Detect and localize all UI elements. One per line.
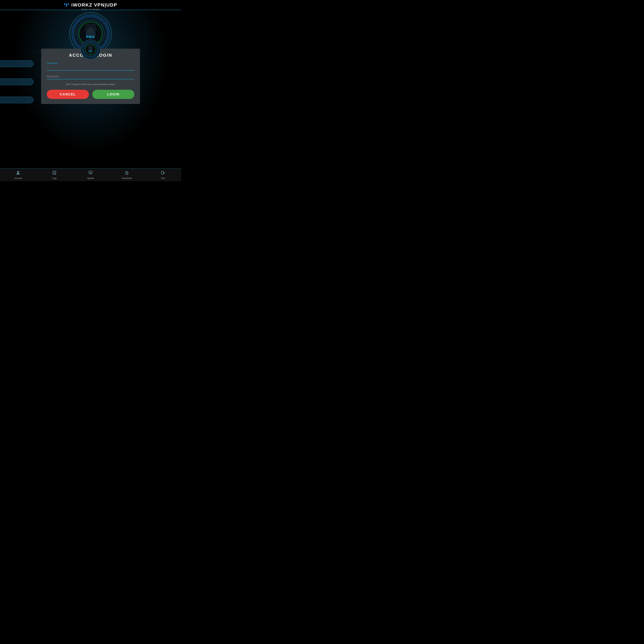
dialog-buttons: CANCEL LOGIN	[47, 90, 134, 99]
update-icon	[88, 170, 93, 176]
logs-icon	[52, 170, 57, 176]
nav-logs-label: Logs	[52, 177, 57, 179]
side-decoration	[0, 60, 34, 103]
small-logo: PRO MMXIX	[81, 39, 101, 60]
dot-5	[66, 5, 67, 7]
nav-account-label: Account	[14, 177, 22, 179]
username-label: Username	[47, 62, 134, 65]
svg-text:PRO: PRO	[86, 35, 95, 39]
password-input[interactable]	[47, 74, 134, 79]
small-emblem-svg: PRO MMXIX	[81, 39, 101, 60]
exit-icon	[161, 170, 165, 176]
nav-item-cleardata[interactable]: ClearData	[121, 170, 133, 179]
dot-3	[68, 4, 69, 5]
login-button[interactable]: LOGIN	[92, 90, 134, 99]
nav-cleardata-label: ClearData	[122, 177, 132, 179]
svg-point-36	[17, 171, 19, 173]
svg-text:MMXIX: MMXIX	[89, 52, 92, 53]
logo-dots	[64, 4, 69, 7]
main-area: PRO MMXIX PRO	[0, 10, 181, 169]
dot-4	[64, 5, 65, 7]
nav-item-logs[interactable]: Logs	[48, 170, 60, 179]
blue-line-top	[0, 10, 181, 10]
dot-2	[66, 4, 67, 5]
nav-update-label: Update	[87, 177, 94, 179]
nav-item-exit[interactable]: Exit	[157, 170, 169, 179]
nav-item-update[interactable]: Update	[85, 170, 96, 179]
username-field-group: Username	[47, 62, 134, 71]
username-input[interactable]	[47, 65, 134, 71]
bottom-nav: Account Logs Update	[0, 168, 181, 181]
svg-text:PRO: PRO	[88, 50, 93, 52]
hint-text: Don't Forget to Check your account befor…	[47, 83, 134, 86]
svg-rect-9	[142, 47, 143, 48]
cancel-button[interactable]: CANCEL	[47, 90, 89, 99]
delete-icon	[124, 170, 129, 176]
svg-rect-42	[126, 172, 128, 174]
nav-item-account[interactable]: Account	[12, 170, 24, 179]
password-field-group	[47, 74, 134, 79]
dot-1	[64, 4, 65, 5]
dot-6	[68, 5, 69, 7]
nav-exit-label: Exit	[161, 177, 165, 179]
app-title: iWORKZ VPN|UDP	[71, 2, 117, 8]
person-icon	[16, 170, 20, 176]
